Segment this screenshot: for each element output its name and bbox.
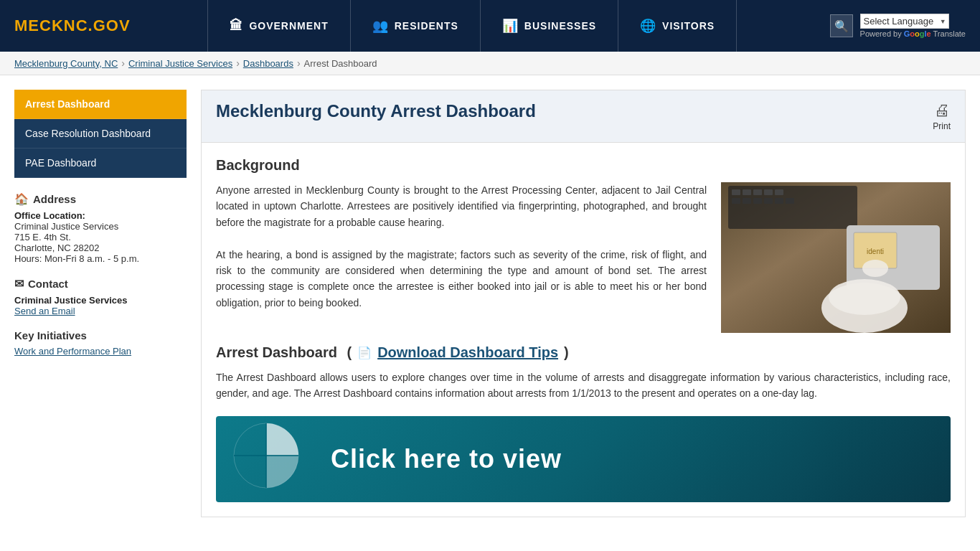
sidebar-contact-title: ✉ Contact [14,277,187,291]
nav-businesses[interactable]: 📊 BUSINESSES [481,0,618,52]
breadcrumb-sep-2: › [236,57,240,69]
svg-rect-13 [786,198,794,204]
nav-government-label: GOVERNMENT [249,20,328,32]
logo-meck: MECK [14,17,64,34]
sidebar-street: 715 E. 4th St. [14,232,187,242]
background-title: Background [216,157,951,174]
main-nav: 🏛 GOVERNMENT 👥 RESIDENTS 📊 BUSINESSES 🌐 … [115,0,830,52]
nav-government[interactable]: 🏛 GOVERNMENT [207,0,350,52]
arrest-dashboard-description: The Arrest Dashboard allows users to exp… [216,369,951,402]
sidebar-hours: Hours: Mon-Fri 8 a.m. - 5 p.m. [14,253,187,264]
sidebar-item-pae[interactable]: PAE Dashboard [14,149,187,178]
nav-visitors[interactable]: 🌐 VISITORS [618,0,737,52]
header-right: 🔍 Select Language Powered by Google Tran… [830,14,973,38]
breadcrumb-mecklenburg[interactable]: Mecklenburg County, NC [14,58,118,69]
background-section: Anyone arrested in Mecklenburg County is… [216,182,951,333]
cta-banner[interactable]: Click here to view [216,416,951,502]
work-performance-link[interactable]: Work and Performance Plan [14,346,131,357]
nav-residents-label: RESIDENTS [395,20,458,32]
email-icon: ✉ [14,277,24,291]
site-logo[interactable]: MECKNC.GOV [14,17,131,35]
svg-rect-6 [764,189,773,195]
svg-text:identi: identi [867,248,884,255]
svg-rect-3 [732,189,740,195]
sidebar: Arrest Dashboard Case Resolution Dashboa… [14,90,187,517]
svg-rect-9 [743,198,751,204]
sidebar-key-initiatives-section: Key Initiatives Work and Performance Pla… [14,329,187,357]
sidebar-contact-org: Criminal Justice Services [14,295,187,306]
government-icon: 🏛 [230,19,243,34]
businesses-icon: 📊 [502,18,519,34]
nav-visitors-label: VISITORS [662,20,715,32]
svg-rect-12 [775,198,783,204]
breadcrumb-current: Arrest Dashboard [304,58,377,69]
nav-businesses-label: BUSINESSES [524,20,596,32]
search-button[interactable]: 🔍 [830,14,853,37]
sidebar-contact-section: ✉ Contact Criminal Justice Services Send… [14,277,187,316]
print-button[interactable]: 🖨 Print [933,101,951,131]
svg-rect-4 [743,189,751,195]
breadcrumb-sep-3: › [297,57,301,69]
search-icon: 🔍 [834,19,849,33]
cta-text: Click here to view [309,444,562,474]
sidebar-item-case-resolution[interactable]: Case Resolution Dashboard [14,119,187,149]
visitors-icon: 🌐 [640,18,656,34]
fingerprint-image: identi [721,182,951,333]
sidebar-city-state: Charlotte, NC 28202 [14,242,187,253]
breadcrumb-dashboards[interactable]: Dashboards [243,58,293,69]
home-icon: 🏠 [14,192,29,206]
sidebar-address-section: 🏠 Address Office Location: Criminal Just… [14,192,187,264]
svg-point-19 [862,260,888,277]
print-icon: 🖨 [934,101,950,120]
language-select[interactable]: Select Language [860,14,949,29]
svg-rect-10 [753,198,762,204]
language-select-wrapper: Select Language [860,14,949,29]
background-text-1: Anyone arrested in Mecklenburg County is… [216,182,707,333]
svg-rect-11 [764,198,773,204]
content-header: Mecklenburg County Arrest Dashboard 🖨 Pr… [202,90,965,143]
print-label: Print [933,121,951,131]
arrest-dashboard-section-title: Arrest Dashboard ( 📄 Download Dashboard … [216,344,951,361]
svg-point-18 [829,279,900,315]
logo-area: MECKNC.GOV [7,0,115,52]
main-container: Arrest Dashboard Case Resolution Dashboa… [0,75,980,532]
header: MECKNC.GOV 🏛 GOVERNMENT 👥 RESIDENTS 📊 BU… [0,0,980,52]
breadcrumb: Mecklenburg County, NC › Criminal Justic… [0,52,980,75]
fingerprint-scanner-svg: identi [721,182,951,333]
cta-graphic [230,420,309,499]
powered-by-text: Powered by Google Translate [860,29,966,38]
svg-rect-5 [753,189,762,195]
background-paragraph-1: Anyone arrested in Mecklenburg County is… [216,182,707,230]
pdf-icon: 📄 [357,346,372,359]
nav-residents[interactable]: 👥 RESIDENTS [351,0,481,52]
send-email-link[interactable]: Send an Email [14,306,75,316]
page-title: Mecklenburg County Arrest Dashboard [216,101,536,121]
content-body: Background Anyone arrested in Mecklenbur… [202,143,965,517]
svg-rect-7 [775,189,783,195]
sidebar-info: 🏠 Address Office Location: Criminal Just… [14,192,187,357]
background-paragraph-2: At the hearing, a bond is assigned by th… [216,247,707,311]
download-dashboard-link[interactable]: Download Dashboard Tips [377,344,558,361]
sidebar-key-initiatives-title: Key Initiatives [14,329,187,342]
sidebar-org-name: Criminal Justice Services [14,221,187,232]
content-area: Mecklenburg County Arrest Dashboard 🖨 Pr… [201,90,966,517]
breadcrumb-sep-1: › [121,57,125,69]
svg-rect-8 [732,198,740,204]
sidebar-address-title: 🏠 Address [14,192,187,206]
breadcrumb-criminal-justice[interactable]: Criminal Justice Services [128,58,232,69]
sidebar-item-arrest-dashboard[interactable]: Arrest Dashboard [14,90,187,119]
sidebar-office-location-label: Office Location: [14,210,187,221]
translate-area: Select Language Powered by Google Transl… [860,14,966,38]
cta-pie-chart [230,420,302,491]
residents-icon: 👥 [372,18,389,34]
